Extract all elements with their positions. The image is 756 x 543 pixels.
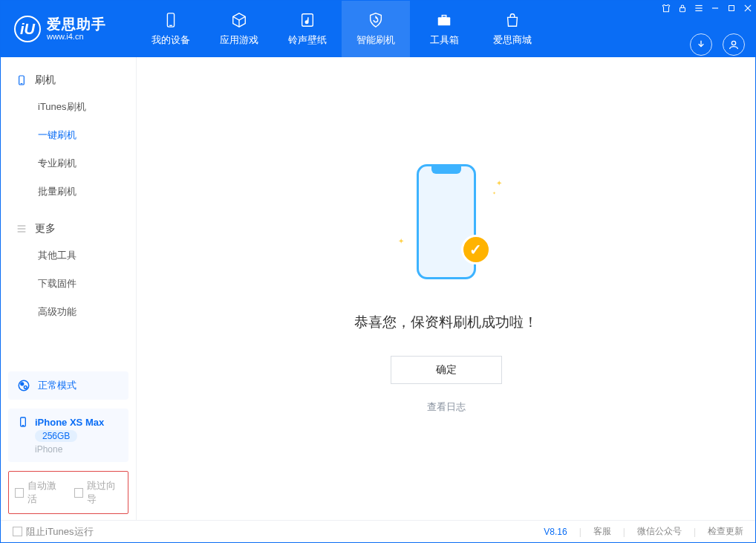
heading-text: 刷机: [35, 74, 56, 87]
mode-text: 正常模式: [38, 379, 76, 392]
logo-area: iU 爱思助手 www.i4.cn: [1, 1, 137, 57]
tab-apps-games[interactable]: 应用游戏: [205, 1, 273, 57]
music-note-icon: [299, 11, 316, 29]
checkbox-skip-guide[interactable]: 跳过向导: [74, 479, 122, 506]
main-area: 刷机 iTunes刷机 一键刷机 专业刷机 批量刷机 更多 其他工具 下载固件 …: [1, 57, 755, 520]
sidebar-item-download-firmware[interactable]: 下载固件: [1, 270, 136, 298]
footer-link-support[interactable]: 客服: [593, 525, 611, 538]
chk-label: 自动激活: [27, 479, 62, 506]
ok-button[interactable]: 确定: [391, 356, 502, 384]
device-card[interactable]: iPhone XS Max 256GB iPhone: [8, 409, 128, 462]
sidebar-item-batch-flash[interactable]: 批量刷机: [1, 178, 136, 206]
sparkle-icon: ✦: [496, 179, 502, 187]
bag-icon: [504, 11, 521, 29]
separator: |: [579, 527, 581, 537]
svg-rect-0: [167, 13, 174, 27]
version-label: V8.16: [544, 527, 567, 537]
shield-refresh-icon: [367, 11, 385, 29]
content-area: ✓ ✦ ✦ ✦ 恭喜您，保资料刷机成功啦！ 确定 查看日志: [137, 57, 755, 520]
footer-link-check-update[interactable]: 检查更新: [708, 525, 743, 538]
device-type: iPhone: [35, 444, 62, 455]
tab-label: 我的设备: [151, 33, 190, 47]
mode-icon: [17, 379, 30, 392]
menu-icon[interactable]: [691, 1, 706, 16]
separator: |: [694, 527, 696, 537]
phone-icon: [162, 11, 180, 29]
checkbox-icon: [74, 488, 83, 498]
svg-rect-6: [680, 7, 685, 11]
svg-rect-5: [442, 16, 446, 18]
tab-label: 铃声壁纸: [288, 33, 327, 47]
chk-label: 跳过向导: [87, 479, 122, 506]
user-button[interactable]: [723, 33, 745, 56]
heading-text: 更多: [35, 222, 56, 235]
mode-card[interactable]: 正常模式: [8, 371, 128, 400]
success-illustration: ✓ ✦ ✦ ✦: [391, 164, 502, 283]
svg-point-22: [21, 383, 24, 386]
svg-point-21: [19, 380, 29, 391]
cube-icon: [230, 11, 248, 29]
sparkle-icon: ✦: [492, 190, 496, 195]
lock-icon[interactable]: [675, 1, 690, 16]
minimize-button[interactable]: [708, 1, 723, 16]
sparkle-icon: ✦: [398, 237, 404, 245]
success-message: 恭喜您，保资料刷机成功啦！: [354, 313, 538, 332]
sidebar-heading-more: 更多: [1, 216, 136, 241]
toolbox-icon: [435, 11, 453, 29]
separator: |: [623, 527, 625, 537]
app-subtitle: www.i4.cn: [47, 32, 106, 41]
sidebar-heading-flash: 刷机: [1, 68, 136, 93]
footer-link-wechat[interactable]: 微信公众号: [637, 525, 682, 538]
view-log-link[interactable]: 查看日志: [427, 400, 466, 414]
highlighted-checkbox-row: 自动激活 跳过向导: [8, 471, 128, 514]
tab-toolbox[interactable]: 工具箱: [410, 1, 478, 57]
tab-ringtone-wallpaper[interactable]: 铃声壁纸: [273, 1, 342, 57]
sidebar-item-itunes-flash[interactable]: iTunes刷机: [1, 93, 136, 121]
device-storage-badge: 256GB: [35, 430, 77, 442]
close-button[interactable]: [740, 1, 755, 16]
tab-label: 智能刷机: [356, 33, 395, 47]
maximize-button[interactable]: [724, 1, 739, 16]
tshirt-icon[interactable]: [659, 1, 674, 16]
checkbox-block-itunes[interactable]: 阻止iTunes运行: [13, 525, 94, 539]
titlebar: iU 爱思助手 www.i4.cn 我的设备 应用游戏 铃声壁纸: [1, 1, 755, 57]
sidebar: 刷机 iTunes刷机 一键刷机 专业刷机 批量刷机 更多 其他工具 下载固件 …: [1, 57, 137, 520]
device-phone-icon: [17, 416, 29, 428]
sidebar-item-advanced[interactable]: 高级功能: [1, 298, 136, 326]
logo-icon: iU: [14, 16, 41, 42]
chk-label: 阻止iTunes运行: [26, 525, 94, 539]
sidebar-item-other-tools[interactable]: 其他工具: [1, 241, 136, 270]
checkbox-icon: [13, 527, 22, 536]
checkbox-icon: [15, 488, 24, 498]
tab-store[interactable]: 爱思商城: [478, 1, 547, 57]
footer: 阻止iTunes运行 V8.16 | 客服 | 微信公众号 | 检查更新: [1, 520, 755, 542]
tab-smart-flash[interactable]: 智能刷机: [342, 1, 410, 57]
tab-my-device[interactable]: 我的设备: [137, 1, 205, 57]
top-nav: 我的设备 应用游戏 铃声壁纸 智能刷机 工具箱: [137, 1, 659, 57]
list-icon: [16, 223, 27, 235]
download-button[interactable]: [690, 33, 712, 56]
checkbox-auto-activate[interactable]: 自动激活: [15, 479, 62, 506]
tab-label: 应用游戏: [220, 33, 258, 47]
svg-rect-4: [438, 17, 451, 25]
sidebar-item-oneclick-flash[interactable]: 一键刷机: [1, 121, 136, 149]
tab-label: 爱思商城: [493, 33, 532, 47]
titlebar-actions: [659, 1, 755, 57]
device-icon: [16, 74, 27, 86]
check-circle-icon: ✓: [461, 235, 491, 264]
device-name: iPhone XS Max: [35, 417, 104, 428]
sidebar-item-pro-flash[interactable]: 专业刷机: [1, 149, 136, 178]
tab-label: 工具箱: [430, 33, 459, 47]
app-title: 爱思助手: [47, 17, 106, 33]
svg-rect-11: [729, 6, 734, 11]
svg-point-23: [24, 386, 27, 388]
svg-point-15: [731, 41, 735, 45]
